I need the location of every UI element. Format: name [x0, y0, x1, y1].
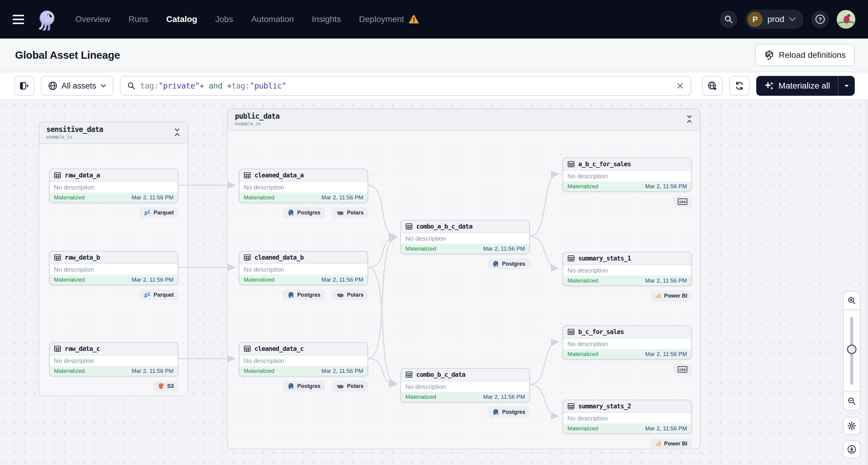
kind-badge-polars[interactable]: Polars: [332, 289, 368, 300]
help-button[interactable]: ?: [811, 10, 829, 28]
kind-badge-postgres[interactable]: Postgres: [283, 207, 325, 218]
kind-badge-label: Postgres: [297, 383, 320, 390]
polars-icon: [337, 383, 344, 389]
lineage-toolbar: All assets tag:"private"+ and +tag:"publ…: [0, 72, 868, 100]
nav-item-runs[interactable]: Runs: [129, 14, 148, 24]
asset-badges: Parquet: [49, 289, 178, 300]
zoom-out-button[interactable]: [844, 392, 860, 410]
refresh-icon: [735, 81, 744, 91]
asset-node-cleaned-data-a[interactable]: cleaned_data_a No description Materializ…: [239, 169, 368, 203]
kind-badge-powerbi[interactable]: Power BI: [651, 290, 692, 301]
user-avatar[interactable]: [837, 10, 855, 29]
toggle-sidebar-button[interactable]: [14, 76, 34, 96]
zoom-in-button[interactable]: [844, 291, 860, 310]
kind-badge-polars[interactable]: Polars: [332, 381, 368, 392]
reload-definitions-label: Reload definitions: [779, 50, 846, 60]
asset-node-raw-data-c[interactable]: raw_data_c No description Materialized M…: [49, 342, 178, 376]
asset-status-row: Materialized Mar 2, 11:56 PM: [50, 192, 178, 203]
asset-node-cleaned-data-c[interactable]: cleaned_data_c No description Materializ…: [239, 342, 368, 376]
asset-node-summary-stats-2[interactable]: summary_stats_2 No description Materiali…: [563, 400, 692, 434]
asset-scope-selector[interactable]: All assets: [41, 76, 113, 96]
asset-description: No description: [50, 182, 178, 192]
asset-badges: Postgres Polars: [239, 381, 368, 392]
refresh-graph-button[interactable]: [729, 76, 750, 96]
asset-badges: Postgres Polars: [239, 289, 368, 300]
kind-badge-s3[interactable]: S3: [154, 381, 178, 392]
asset-badges: csv: [563, 364, 692, 375]
lineage-canvas[interactable]: sensitive_data example_co public_data ex…: [0, 100, 868, 465]
environment-switcher[interactable]: P prod: [745, 10, 804, 29]
materialized-timestamp: Mar 2, 11:56 PM: [483, 245, 525, 252]
asset-description: No description: [563, 339, 691, 349]
asset-description: No description: [50, 264, 178, 275]
materialized-status: Materialized: [405, 394, 436, 400]
download-icon: [847, 445, 856, 454]
kind-badge-parquet[interactable]: Parquet: [140, 289, 178, 300]
table-icon: [54, 254, 61, 261]
asset-node-b-c-for-sales[interactable]: b_c_for_sales No description Materialize…: [563, 325, 692, 360]
asset-name: summary_stats_2: [578, 403, 631, 410]
asset-badges: Power BI: [563, 290, 692, 301]
table-icon: [567, 328, 575, 336]
sparkles-icon: [764, 81, 774, 91]
materialized-timestamp: Mar 2, 11:56 PM: [483, 394, 525, 400]
download-image-button[interactable]: [843, 440, 861, 458]
zoom-slider[interactable]: [844, 310, 860, 392]
asset-description: No description: [401, 381, 529, 392]
asset-node-summary-stats-1[interactable]: summary_stats_1 No description Materiali…: [563, 252, 692, 286]
reload-definitions-button[interactable]: Reload definitions: [755, 44, 855, 66]
close-icon: [676, 82, 684, 90]
nav-item-jobs[interactable]: Jobs: [215, 14, 233, 24]
kind-badge-postgres[interactable]: Postgres: [283, 289, 325, 300]
nav-item-overview[interactable]: Overview: [75, 14, 111, 24]
kind-badge-csv[interactable]: csv: [673, 364, 692, 375]
materialize-all-button[interactable]: Materialize all: [756, 76, 838, 96]
zoom-out-icon: [847, 397, 856, 405]
powerbi-icon: [655, 441, 661, 446]
asset-node-cleaned-data-b[interactable]: cleaned_data_b No description Materializ…: [239, 251, 368, 285]
materialized-status: Materialized: [244, 368, 274, 374]
materialize-all-label: Materialize all: [779, 81, 830, 91]
asset-node-header: raw_data_c: [50, 343, 178, 355]
collapse-group-icon[interactable]: [174, 128, 180, 136]
materialized-status: Materialized: [567, 183, 598, 190]
asset-name: cleaned_data_c: [254, 345, 304, 352]
dagster-logo-icon[interactable]: [35, 8, 58, 30]
collapse-group-icon[interactable]: [686, 115, 693, 123]
materialized-timestamp: Mar 2, 11:56 PM: [645, 183, 687, 190]
kind-badge-label: Postgres: [502, 261, 525, 267]
csv-icon: csv: [678, 366, 687, 373]
zoom-slider-handle[interactable]: [847, 344, 857, 354]
asset-node-a-b-c-for-sales[interactable]: a_b_c_for_sales No description Materiali…: [563, 157, 692, 192]
clear-filter-button[interactable]: [676, 82, 684, 90]
kind-badge-powerbi[interactable]: Power BI: [651, 438, 692, 449]
new-scope-button[interactable]: [702, 76, 722, 96]
asset-name: b_c_for_sales: [578, 328, 624, 336]
asset-filter-input[interactable]: tag:"private"+ and +tag:"public": [120, 76, 691, 96]
nav-item-deployment[interactable]: Deployment: [359, 14, 419, 24]
global-search-button[interactable]: [720, 10, 737, 28]
nav-item-catalog[interactable]: Catalog: [166, 14, 197, 24]
kind-badge-polars[interactable]: Polars: [332, 207, 368, 218]
nav-item-automation[interactable]: Automation: [251, 14, 294, 24]
asset-status-row: Materialized Mar 2, 11:56 PM: [401, 392, 529, 402]
hamburger-menu-icon[interactable]: [13, 15, 24, 24]
kind-badge-postgres[interactable]: Postgres: [283, 381, 325, 392]
nav-right: P prod ?: [720, 10, 855, 29]
asset-status-row: Materialized Mar 2, 11:56 PM: [563, 349, 691, 359]
kind-badge-parquet[interactable]: Parquet: [140, 207, 178, 218]
asset-node-combo-a-b-c-data[interactable]: combo_a_b_c_data No description Material…: [401, 220, 530, 254]
kind-badge-label: Polars: [347, 210, 364, 216]
asset-node-raw-data-a[interactable]: raw_data_a No description Materialized M…: [49, 169, 178, 203]
asset-node-header: raw_data_a: [50, 169, 178, 182]
nav-item-insights[interactable]: Insights: [312, 14, 341, 24]
materialize-options-button[interactable]: [838, 76, 855, 96]
graph-settings-button[interactable]: [843, 417, 861, 435]
asset-node-raw-data-b[interactable]: raw_data_b No description Materialized M…: [49, 251, 178, 285]
kind-badge-postgres[interactable]: Postgres: [488, 258, 530, 269]
materialized-status: Materialized: [567, 351, 598, 358]
kind-badge-csv[interactable]: csv: [673, 196, 692, 207]
materialized-timestamp: Mar 2, 11:56 PM: [645, 351, 687, 358]
asset-node-combo-b-c-data[interactable]: combo_b_c_data No description Materializ…: [401, 368, 530, 402]
kind-badge-postgres[interactable]: Postgres: [488, 407, 530, 417]
